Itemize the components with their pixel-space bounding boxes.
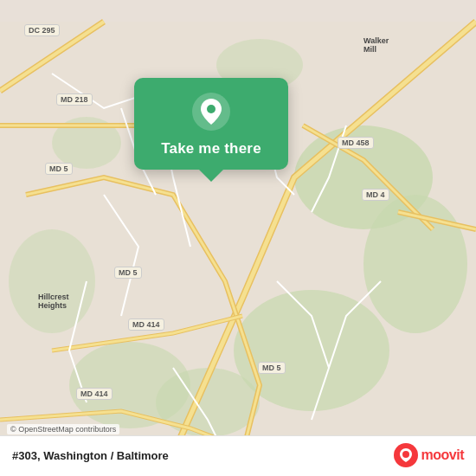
road-label-md4: MD 4 (362, 189, 389, 201)
road-label-md458: MD 458 (338, 137, 374, 149)
road-label-md414-1: MD 414 (128, 318, 164, 331)
svg-point-5 (9, 229, 95, 333)
take-me-there-card[interactable]: Take me there (134, 78, 288, 170)
location-text: #303, Washington / Baltimore (12, 449, 169, 462)
bottom-bar: #303, Washington / Baltimore moovit (0, 435, 476, 476)
map-label-hillcrest: HillcrestHeights (38, 293, 69, 310)
moovit-logo: moovit (394, 443, 464, 467)
road-label-md5-2: MD 5 (114, 267, 142, 279)
road-label-md414-2: MD 414 (76, 388, 113, 400)
location-pin-icon (191, 92, 231, 132)
road-label-md5-3: MD 5 (258, 362, 286, 374)
moovit-logo-icon (394, 443, 418, 467)
road-label-md218: MD 218 (56, 93, 93, 106)
map-container: DC 295 MD 218 MD 5 MD 5 MD 5 MD 458 MD 4… (0, 0, 476, 476)
svg-point-12 (402, 451, 409, 458)
location-info: #303, Washington / Baltimore (12, 449, 169, 462)
map-attribution: © OpenStreetMap contributors (7, 424, 119, 434)
map-label-walker-mill: WalkerMill (363, 36, 389, 54)
road-label-md5-1: MD 5 (45, 163, 73, 175)
road-label-dc295: DC 295 (24, 24, 60, 36)
take-me-there-label: Take me there (161, 140, 261, 158)
moovit-logo-text: moovit (421, 447, 464, 463)
svg-point-10 (207, 105, 215, 113)
